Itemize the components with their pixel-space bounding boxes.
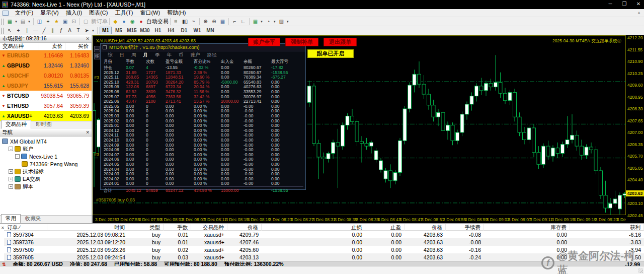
orders-column-4[interactable]: 交易品种: [191, 224, 227, 231]
orders-column-10[interactable]: 库存费: [484, 224, 570, 231]
tile-windows-icon[interactable]: ▦: [218, 18, 227, 26]
profiles-icon-dropdown-icon[interactable]: ▼: [28, 20, 31, 23]
indicators-icon-dropdown-icon[interactable]: ▼: [260, 20, 263, 23]
toolbar-drag-handle[interactable]: [1, 28, 4, 34]
orders-column-8[interactable]: 价格: [405, 224, 446, 231]
restore-button[interactable]: ❐: [621, 1, 628, 7]
nav-item-account[interactable]: 743366: Peng Wang: [0, 160, 92, 168]
chart-window-icon[interactable]: [3, 11, 9, 16]
line-chart-icon[interactable]: ~: [189, 18, 198, 26]
templates-icon-dropdown-icon[interactable]: ▼: [286, 20, 289, 23]
channel-icon[interactable]: ∥: [48, 27, 57, 35]
timeframe-m30-button[interactable]: M30: [139, 27, 151, 34]
toolbar-drag-handle[interactable]: [1, 19, 4, 25]
orders-column-2[interactable]: 类型: [128, 224, 164, 231]
fibonacci-icon[interactable]: ƒ: [57, 27, 65, 35]
stats-tab-年[interactable]: 年: [167, 52, 172, 58]
stats-tab-日[interactable]: 日: [120, 52, 125, 58]
stats-tab-账户[interactable]: 账户: [191, 52, 200, 58]
timeframe-mn-button[interactable]: MN: [204, 27, 216, 34]
order-row-3597376[interactable]: 35973762025.12.03 09:12:20buy0.01xauusd+…: [4, 238, 644, 246]
terminal-icon[interactable]: ▣: [61, 18, 69, 26]
zoom-in-icon[interactable]: ⊕: [201, 18, 210, 26]
autotrading-icon[interactable]: ●: [137, 18, 145, 26]
indicators-list-icon[interactable]: ⌐: [230, 18, 239, 26]
autotrading-icon-label[interactable]: 自动交易: [146, 18, 169, 25]
close-all-button[interactable]: 账户全平: [248, 38, 280, 46]
menu-item-2[interactable]: 插入(I): [62, 9, 86, 17]
navigator-tab-常用[interactable]: 常用: [1, 214, 21, 223]
market-watch-icon[interactable]: ◫: [35, 18, 44, 26]
candlestick-icon[interactable]: ▮▯: [181, 18, 189, 26]
templates-icon[interactable]: ▨: [277, 18, 286, 26]
nav-item-platform[interactable]: XM Global MT4: [0, 138, 92, 145]
stats-tab-币[interactable]: 币: [179, 52, 184, 58]
horizontal-line-icon[interactable]: —: [31, 27, 40, 35]
indicators-icon[interactable]: ▦: [251, 18, 260, 26]
order-row-3597304[interactable]: 35973042025.12.03 09:08:21buy0.01xauusd+…: [4, 231, 644, 238]
menu-item-6[interactable]: 帮助(H): [164, 9, 189, 17]
market-watch-tab-即时图[interactable]: 即时图: [31, 120, 56, 129]
stats-tab-季[interactable]: 季: [155, 52, 160, 58]
periods-icon[interactable]: ◔: [264, 18, 273, 26]
navigator-icon[interactable]: ★: [52, 18, 61, 26]
orders-column-3[interactable]: 手数: [164, 224, 191, 231]
web-icon[interactable]: ◉: [128, 18, 137, 26]
nav-item-experts[interactable]: +EA交易: [0, 175, 92, 183]
navigator-tab-收藏夹[interactable]: 收藏夹: [21, 214, 46, 223]
expand-icon[interactable]: +: [9, 177, 13, 181]
market-watch-row-btcusd[interactable]: ▼BTCUSD93038.5493065.79: [0, 91, 92, 101]
shapes-icon[interactable]: ➤: [83, 27, 91, 35]
metaeditor-icon[interactable]: ◆: [111, 18, 120, 26]
stats-tab-综[interactable]: 综: [108, 52, 113, 58]
stats-overlay-panel[interactable]: MTDriver统计 , V1.85 (http://chaokes.com) …: [100, 43, 306, 190]
timeframe-m1-button[interactable]: M1: [100, 27, 112, 34]
orders-column-6[interactable]: 止损: [262, 224, 365, 231]
panel-move-button[interactable]: 移: [94, 53, 100, 59]
force-fill-button[interactable]: 强制补单: [285, 38, 318, 46]
timeframe-h1-button[interactable]: H1: [152, 27, 164, 34]
nav-item-accounts[interactable]: -账户: [0, 145, 92, 153]
navigator-close-icon[interactable]: ✕: [86, 130, 90, 135]
shapes-icon-dropdown-icon[interactable]: ▼: [92, 29, 95, 32]
nav-item-indicators-group[interactable]: +技术指标: [0, 168, 92, 175]
collapse-icon[interactable]: -: [9, 147, 13, 151]
periods-icon-dropdown-icon[interactable]: ▼: [273, 20, 276, 23]
zoom-out-icon[interactable]: ⊖: [210, 18, 218, 26]
stats-tab-路径[interactable]: 路径: [207, 52, 217, 58]
bar-chart-icon[interactable]: ≡: [172, 18, 181, 26]
market-watch-close-icon[interactable]: ✕: [86, 36, 90, 41]
market-watch-row-gbpusd[interactable]: ▲GBPUSD1.324461.32460: [0, 60, 92, 71]
cursor-icon[interactable]: ↖: [6, 27, 14, 35]
nav-item-scripts[interactable]: +脚本: [0, 183, 92, 190]
strategy-tester-icon[interactable]: ⊡: [69, 18, 78, 26]
text-icon[interactable]: A: [65, 27, 74, 35]
menu-item-3[interactable]: 图表(C): [86, 9, 111, 17]
new-chart-icon-dropdown-icon[interactable]: ▼: [15, 20, 18, 23]
minimize-button[interactable]: ─: [607, 1, 614, 7]
timeframe-h4-button[interactable]: H4: [165, 27, 177, 34]
timeframe-m5-button[interactable]: M5: [113, 27, 125, 34]
market-watch-tab-交易品种[interactable]: 交易品种: [1, 120, 31, 129]
orders-column-7[interactable]: 止盈: [365, 224, 405, 231]
crosshair-icon[interactable]: +: [14, 27, 23, 35]
market-watch-row-usdjpy[interactable]: ▲USDJPY155.615155.628: [0, 81, 92, 91]
new-order-icon[interactable]: ▢: [82, 18, 90, 26]
data-window-icon[interactable]: +: [44, 18, 52, 26]
orders-column-9[interactable]: 手续费: [446, 224, 484, 231]
menu-item-5[interactable]: 窗口(W): [136, 9, 164, 17]
orders-column-0[interactable]: 订单 ∕: [4, 224, 47, 231]
toolbar-collapse-icon[interactable]: ▴: [638, 10, 641, 15]
orders-column-5[interactable]: 价格: [227, 224, 262, 231]
market-watch-row-xauusd+[interactable]: ▲XAUUSD+4203.634203.69: [0, 111, 92, 121]
expand-icon[interactable]: +: [9, 184, 13, 189]
copy-status-button[interactable]: 跟单已开启: [307, 49, 354, 58]
market-watch-row-usdchf[interactable]: ▲USDCHF0.801200.80135: [0, 71, 92, 81]
stats-tab-周[interactable]: 周: [131, 52, 136, 58]
timeframe-m15-button[interactable]: M15: [126, 27, 138, 34]
new-chart-icon[interactable]: ▦: [6, 18, 14, 26]
objects-list-icon[interactable]: ∟: [239, 18, 248, 26]
menu-item-4[interactable]: 工具(T): [111, 9, 136, 17]
market-watch-row-ethusd[interactable]: ▼ETHUSD3057.643059.39: [0, 101, 92, 111]
nav-item-server[interactable]: -Neex-Live 1: [0, 153, 92, 160]
